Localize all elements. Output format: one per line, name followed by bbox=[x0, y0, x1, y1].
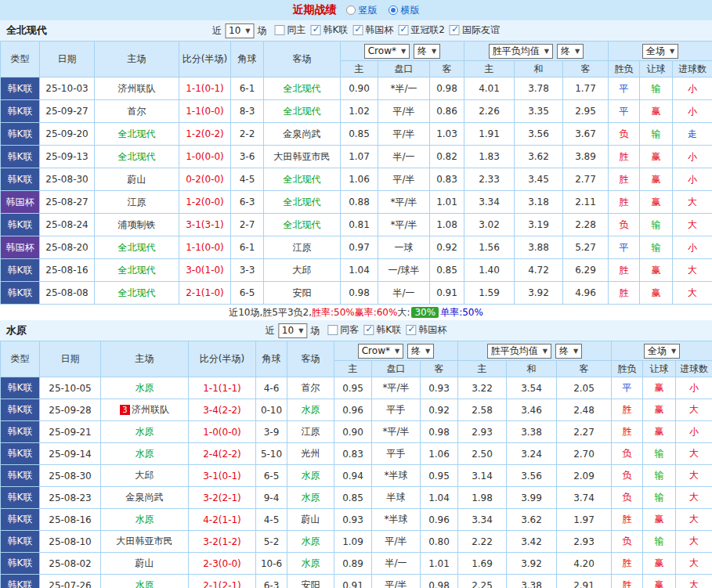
checkbox-label: 韩国杯 bbox=[365, 23, 393, 37]
avg-away-cell: 2.28 bbox=[563, 214, 609, 236]
topbar: 近期战绩 竖版横版 bbox=[0, 0, 712, 20]
team-label: 安阳 bbox=[293, 287, 312, 298]
result-wdl-cell: 胜 bbox=[612, 509, 643, 531]
league-type-cell: 韩K联 bbox=[1, 123, 40, 146]
avg-draw-cell: 3.56 bbox=[515, 123, 563, 146]
result-handicap-cell: 赢 bbox=[643, 575, 676, 588]
odds-away-cell: 1.03 bbox=[430, 123, 464, 146]
odds-away-cell: 0.96 bbox=[421, 509, 458, 531]
filter-checkbox[interactable]: 韩国杯 bbox=[406, 323, 446, 337]
summary-segment: 30% bbox=[411, 307, 439, 318]
home-team-cell: 全北现代 bbox=[95, 236, 179, 259]
table-row: 韩K联 25-08-30 蔚山 0-2(0-0) 4-5 全北现代 1.06 平… bbox=[1, 168, 712, 191]
section-header-jeonbuk: 全北现代 近 10▼ 场 同主韩K联韩国杯亚冠联2国际友谊 bbox=[0, 20, 712, 41]
odds-company-select[interactable]: Crow*▼ bbox=[358, 344, 403, 359]
away-team-cell: 首尔 bbox=[287, 377, 334, 399]
match-date-cell: 25-10-05 bbox=[40, 377, 101, 399]
result-wdl-cell: 负 bbox=[612, 531, 643, 553]
score-cell: 1-1(0-1) bbox=[179, 78, 231, 100]
result-wdl-cell: 平 bbox=[609, 100, 640, 123]
match-date-cell: 25-08-16 bbox=[40, 259, 95, 282]
result-goals-cell: 走 bbox=[673, 123, 712, 146]
col-away: 客场 bbox=[287, 341, 334, 377]
match-date-cell: 25-08-30 bbox=[40, 168, 95, 191]
league-type-cell: 韩K联 bbox=[1, 282, 40, 305]
filter-checkbox[interactable]: 同客 bbox=[327, 323, 359, 337]
odds-handicap-cell: 平/半 bbox=[372, 575, 421, 588]
filter-checkbox[interactable]: 同主 bbox=[274, 23, 305, 37]
summary-segment: 单率:50% bbox=[440, 306, 483, 319]
col-date: 日期 bbox=[40, 341, 101, 377]
score-cell: 2-3(0-0) bbox=[189, 553, 256, 575]
col-res-handicap: 让球 bbox=[640, 61, 673, 78]
match-date-cell: 25-09-21 bbox=[40, 421, 101, 443]
result-handicap-cell: 输 bbox=[643, 531, 676, 553]
odds-home-cell: 1.06 bbox=[341, 168, 378, 191]
corner-score-cell: 6-5 bbox=[256, 465, 287, 487]
checkbox-icon bbox=[406, 325, 416, 335]
col-avg-away: 客 bbox=[557, 361, 612, 377]
filter-checkbox[interactable]: 亚冠联2 bbox=[398, 23, 445, 37]
result-goals-cell: 大 bbox=[673, 191, 712, 214]
away-team-cell: 水原 bbox=[287, 531, 334, 553]
team-label: 蔚山 bbox=[128, 174, 146, 185]
odds-company-select[interactable]: Crow*▼ bbox=[364, 44, 410, 59]
avg-away-cell: 2.11 bbox=[563, 191, 609, 214]
avg-time-select[interactable]: 终▼ bbox=[555, 344, 582, 359]
avg-draw-cell: 3.99 bbox=[507, 487, 557, 509]
summary-segment: 赢率:60% bbox=[355, 306, 398, 319]
team-label: 蔚山 bbox=[136, 557, 154, 568]
recent-count-select[interactable]: 10▼ bbox=[278, 323, 307, 338]
radio-label: 横版 bbox=[401, 4, 420, 17]
home-team-cell: 3济州联队 bbox=[101, 399, 189, 421]
chevron-down-icon: ▼ bbox=[543, 348, 548, 355]
team-label: 江原 bbox=[302, 426, 320, 437]
odds-home-cell: 0.89 bbox=[334, 553, 372, 575]
odds-time-select[interactable]: 终▼ bbox=[414, 44, 440, 59]
avg-home-cell: 2.33 bbox=[464, 168, 515, 191]
radio-icon bbox=[389, 5, 398, 15]
filter-checkbox[interactable]: 国际友谊 bbox=[450, 23, 500, 37]
odds-home-cell: 0.91 bbox=[334, 575, 372, 588]
col-odds-home: 主 bbox=[334, 361, 372, 377]
odds-away-cell: 1.01 bbox=[421, 553, 458, 575]
odds-select-cell: Crow*▼ 终▼ bbox=[341, 41, 464, 61]
checkbox-label: 同主 bbox=[287, 23, 305, 37]
avg-home-cell: 3.22 bbox=[458, 377, 507, 399]
odds-handicap-cell: *半/一 bbox=[378, 78, 430, 100]
result-wdl-cell: 胜 bbox=[609, 146, 640, 168]
filter-checkbox[interactable]: 韩国杯 bbox=[352, 23, 393, 37]
team-label: 水原 bbox=[302, 536, 320, 547]
result-handicap-cell: 输 bbox=[640, 78, 673, 100]
odds-time-select[interactable]: 终▼ bbox=[407, 344, 434, 359]
team-label: 水原 bbox=[136, 382, 154, 393]
avg-time-select[interactable]: 终▼ bbox=[557, 44, 584, 59]
team-label: 水原 bbox=[136, 448, 154, 459]
odds-away-cell: 0.83 bbox=[430, 168, 464, 191]
fulltime-select[interactable]: 全场▼ bbox=[644, 344, 680, 359]
filter-checkbox-group: 同主韩K联韩国杯亚冠联2国际友谊 bbox=[269, 23, 500, 38]
chevron-down-icon: ▼ bbox=[671, 348, 676, 355]
avg-home-cell: 2.25 bbox=[458, 575, 507, 588]
team-label: 全北现代 bbox=[118, 287, 156, 298]
layout-radio[interactable]: 竖版 bbox=[346, 4, 378, 17]
layout-radio[interactable]: 横版 bbox=[389, 4, 420, 17]
filter-checkbox[interactable]: 韩K联 bbox=[363, 323, 401, 337]
recent-count-select[interactable]: 10▼ bbox=[225, 23, 254, 38]
avg-home-cell: 3.14 bbox=[458, 465, 507, 487]
avg-odds-select[interactable]: 胜平负均值▼ bbox=[489, 44, 553, 59]
result-wdl-cell: 胜 bbox=[609, 191, 640, 214]
filter-checkbox[interactable]: 韩K联 bbox=[310, 23, 348, 37]
corner-score-cell: 5-2 bbox=[256, 531, 287, 553]
odds-handicap-cell: 平/半 bbox=[378, 168, 430, 191]
col-odds-line: 盘口 bbox=[378, 61, 430, 78]
col-avg-draw: 和 bbox=[507, 361, 557, 377]
result-goals-cell: 大 bbox=[676, 443, 712, 465]
result-goals-cell: 大 bbox=[673, 259, 712, 282]
avg-odds-select[interactable]: 胜平负均值▼ bbox=[487, 344, 551, 359]
league-type-cell: 韩K联 bbox=[1, 399, 40, 421]
home-team-cell: 首尔 bbox=[95, 100, 179, 123]
result-handicap-cell: 赢 bbox=[640, 168, 673, 191]
fulltime-select[interactable]: 全场▼ bbox=[642, 44, 678, 59]
corner-score-cell: 3-3 bbox=[231, 259, 264, 282]
